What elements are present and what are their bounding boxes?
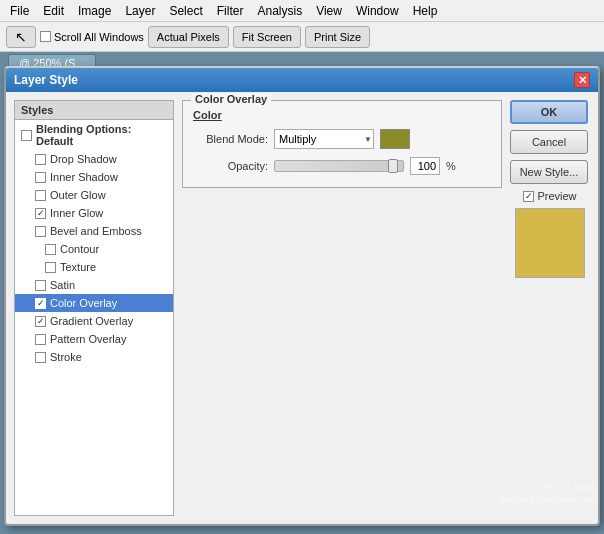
inner-shadow-checkbox[interactable] — [35, 172, 46, 183]
opacity-percent: % — [446, 160, 456, 172]
cursor-icon: ↖ — [15, 29, 27, 45]
stroke-label: Stroke — [50, 351, 82, 363]
satin-label: Satin — [50, 279, 75, 291]
outer-glow-checkbox[interactable] — [35, 190, 46, 201]
drop-shadow-label: Drop Shadow — [50, 153, 117, 165]
style-item-inner-shadow[interactable]: Inner Shadow — [15, 168, 173, 186]
overlay-box-title: Color Overlay — [191, 93, 271, 105]
style-item-texture[interactable]: Texture — [15, 258, 173, 276]
inner-glow-checkbox[interactable] — [35, 208, 46, 219]
menu-bar: File Edit Image Layer Select Filter Anal… — [0, 0, 604, 22]
color-overlay-checkbox[interactable] — [35, 298, 46, 309]
opacity-slider-thumb[interactable] — [388, 159, 398, 173]
menu-help[interactable]: Help — [407, 2, 444, 20]
dialog-overlay: Layer Style ✕ Styles Blending Options: D… — [0, 56, 604, 534]
opacity-slider-track[interactable] — [274, 160, 404, 172]
opacity-row: Opacity: % — [193, 157, 491, 175]
blend-mode-select[interactable]: Multiply Normal Dissolve Darken Color Bu… — [274, 129, 374, 149]
style-item-inner-glow[interactable]: Inner Glow — [15, 204, 173, 222]
color-swatch[interactable] — [380, 129, 410, 149]
preview-label-row: ✓ Preview — [523, 190, 576, 202]
style-item-outer-glow[interactable]: Outer Glow — [15, 186, 173, 204]
cancel-button[interactable]: Cancel — [510, 130, 588, 154]
menu-view[interactable]: View — [310, 2, 348, 20]
main-panel: Color Overlay Color Blend Mode: Multiply… — [182, 100, 502, 516]
move-tool-btn[interactable]: ↖ — [6, 26, 36, 48]
scroll-all-label: Scroll All Windows — [54, 31, 144, 43]
watermark: 技字坊 www. jijochang.chaizidian.com — [498, 481, 596, 504]
print-size-btn[interactable]: Print Size — [305, 26, 370, 48]
dialog-body: Styles Blending Options: Default Drop Sh… — [6, 92, 598, 524]
blend-mode-row: Blend Mode: Multiply Normal Dissolve Dar… — [193, 129, 491, 149]
drop-shadow-checkbox[interactable] — [35, 154, 46, 165]
preview-checkbox[interactable]: ✓ — [523, 191, 534, 202]
ok-button[interactable]: OK — [510, 100, 588, 124]
color-overlay-label: Color Overlay — [50, 297, 117, 309]
styles-panel: Styles Blending Options: Default Drop Sh… — [14, 100, 174, 516]
style-item-satin[interactable]: Satin — [15, 276, 173, 294]
preview-box — [515, 208, 585, 278]
preview-text: Preview — [537, 190, 576, 202]
style-item-contour[interactable]: Contour — [15, 240, 173, 258]
pattern-overlay-checkbox[interactable] — [35, 334, 46, 345]
close-button[interactable]: ✕ — [574, 72, 590, 88]
blend-mode-label: Blend Mode: — [193, 133, 268, 145]
menu-file[interactable]: File — [4, 2, 35, 20]
toolbar: ↖ Scroll All Windows Actual Pixels Fit S… — [0, 22, 604, 52]
bevel-emboss-checkbox[interactable] — [35, 226, 46, 237]
dialog-title: Layer Style — [14, 73, 78, 87]
styles-panel-header: Styles — [15, 101, 173, 120]
inner-glow-label: Inner Glow — [50, 207, 103, 219]
opacity-label: Opacity: — [193, 160, 268, 172]
blending-checkbox[interactable] — [21, 130, 32, 141]
menu-filter[interactable]: Filter — [211, 2, 250, 20]
actual-pixels-btn[interactable]: Actual Pixels — [148, 26, 229, 48]
menu-window[interactable]: Window — [350, 2, 405, 20]
texture-checkbox[interactable] — [45, 262, 56, 273]
style-item-stroke[interactable]: Stroke — [15, 348, 173, 366]
color-section-subtitle: Color — [193, 109, 491, 121]
contour-checkbox[interactable] — [45, 244, 56, 255]
menu-layer[interactable]: Layer — [119, 2, 161, 20]
menu-image[interactable]: Image — [72, 2, 117, 20]
texture-label: Texture — [60, 261, 96, 273]
pattern-overlay-label: Pattern Overlay — [50, 333, 126, 345]
watermark-line2: jijochang.chaizidian.com — [498, 494, 596, 504]
blend-mode-select-wrapper[interactable]: Multiply Normal Dissolve Darken Color Bu… — [274, 129, 374, 149]
new-style-button[interactable]: New Style... — [510, 160, 588, 184]
scroll-all-wrapper[interactable]: Scroll All Windows — [40, 31, 144, 43]
gradient-overlay-checkbox[interactable] — [35, 316, 46, 327]
scroll-all-checkbox[interactable] — [40, 31, 51, 42]
preview-section: ✓ Preview — [510, 190, 590, 278]
fit-screen-btn[interactable]: Fit Screen — [233, 26, 301, 48]
style-item-drop-shadow[interactable]: Drop Shadow — [15, 150, 173, 168]
menu-analysis[interactable]: Analysis — [251, 2, 308, 20]
style-item-gradient-overlay[interactable]: Gradient Overlay — [15, 312, 173, 330]
blending-label: Blending Options: Default — [36, 123, 167, 147]
style-item-color-overlay[interactable]: Color Overlay — [15, 294, 173, 312]
right-buttons: OK Cancel New Style... ✓ Preview — [510, 100, 590, 516]
menu-select[interactable]: Select — [163, 2, 208, 20]
stroke-checkbox[interactable] — [35, 352, 46, 363]
style-item-bevel-emboss[interactable]: Bevel and Emboss — [15, 222, 173, 240]
opacity-input[interactable] — [410, 157, 440, 175]
style-item-blending[interactable]: Blending Options: Default — [15, 120, 173, 150]
contour-label: Contour — [60, 243, 99, 255]
dialog-titlebar: Layer Style ✕ — [6, 68, 598, 92]
satin-checkbox[interactable] — [35, 280, 46, 291]
watermark-line1: 技字坊 www. — [498, 481, 596, 494]
layer-style-dialog: Layer Style ✕ Styles Blending Options: D… — [4, 66, 600, 526]
menu-edit[interactable]: Edit — [37, 2, 70, 20]
style-item-pattern-overlay[interactable]: Pattern Overlay — [15, 330, 173, 348]
outer-glow-label: Outer Glow — [50, 189, 106, 201]
bevel-emboss-label: Bevel and Emboss — [50, 225, 142, 237]
inner-shadow-label: Inner Shadow — [50, 171, 118, 183]
gradient-overlay-label: Gradient Overlay — [50, 315, 133, 327]
color-overlay-box: Color Overlay Color Blend Mode: Multiply… — [182, 100, 502, 188]
